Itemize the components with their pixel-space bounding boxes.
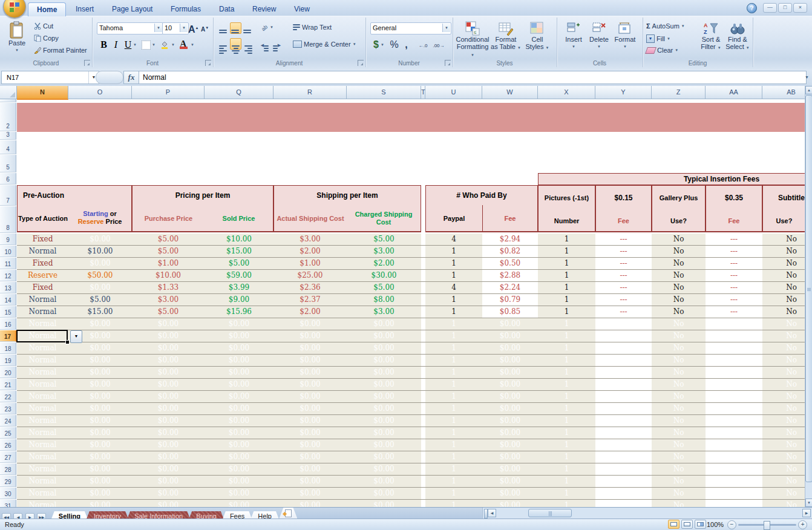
cell[interactable]: --- bbox=[595, 258, 652, 269]
italic-button[interactable]: I bbox=[110, 39, 122, 51]
cell[interactable]: No bbox=[762, 342, 805, 354]
chevron-down-icon[interactable]: ▼ bbox=[381, 43, 384, 47]
tab-review[interactable]: Review bbox=[244, 2, 284, 16]
cell[interactable]: $59.00 bbox=[205, 270, 273, 281]
cell[interactable]: $0.00 bbox=[482, 427, 538, 439]
format-painter-button[interactable]: Format Painter bbox=[34, 47, 87, 54]
horizontal-scrollbar[interactable]: ◀ ▶ bbox=[482, 508, 812, 519]
underline-button[interactable]: U bbox=[122, 39, 134, 51]
cell[interactable]: $3.99 bbox=[205, 282, 273, 293]
cell[interactable]: $0.00 bbox=[273, 318, 347, 330]
cell[interactable]: $0.00 bbox=[273, 330, 347, 342]
cell[interactable]: $0.00 bbox=[132, 451, 205, 463]
cell[interactable]: $1.00 bbox=[273, 258, 347, 269]
cell[interactable]: $0.00 bbox=[482, 476, 538, 487]
cell[interactable]: 1 bbox=[538, 463, 595, 475]
chevron-down-icon[interactable]: ▼ bbox=[191, 43, 194, 47]
cell[interactable]: $0.00 bbox=[205, 330, 273, 342]
cell[interactable]: $0.00 bbox=[273, 415, 347, 427]
cell[interactable]: $0.00 bbox=[347, 463, 421, 475]
cell[interactable]: $0.82 bbox=[482, 246, 538, 257]
row-header-14[interactable]: 14 bbox=[0, 294, 16, 306]
cell[interactable]: $0.00 bbox=[347, 379, 421, 390]
cell[interactable]: $0.00 bbox=[205, 476, 273, 487]
cell[interactable]: $0.00 bbox=[482, 451, 538, 463]
row-header-3[interactable]: 3 bbox=[0, 132, 16, 140]
cell[interactable]: No bbox=[652, 403, 706, 414]
comma-style-button[interactable]: , bbox=[401, 39, 412, 51]
cell[interactable]: $0.00 bbox=[347, 476, 421, 487]
fill-button[interactable]: ▼ Fill▼ bbox=[646, 34, 670, 43]
cell[interactable]: $0.00 bbox=[482, 439, 538, 451]
column-header-P[interactable]: P bbox=[132, 86, 205, 99]
cell[interactable]: $5.00 bbox=[347, 234, 421, 245]
zoom-slider-thumb[interactable] bbox=[764, 521, 770, 530]
row-header-16[interactable]: 16 bbox=[0, 318, 16, 330]
cell[interactable]: No bbox=[762, 294, 805, 306]
row-header-21[interactable]: 21 bbox=[0, 379, 16, 390]
cell[interactable]: --- bbox=[595, 306, 652, 318]
cell[interactable]: Normal bbox=[17, 451, 68, 463]
cell[interactable]: 1 bbox=[425, 379, 482, 390]
cell[interactable]: No bbox=[652, 379, 706, 390]
zoom-out-icon[interactable]: − bbox=[727, 520, 736, 529]
cell[interactable]: No bbox=[652, 318, 706, 330]
cell[interactable]: 4 bbox=[425, 234, 482, 245]
cell[interactable]: $0.00 bbox=[132, 403, 205, 414]
clear-button[interactable]: Clear▼ bbox=[646, 47, 678, 54]
cell[interactable]: 1 bbox=[538, 427, 595, 439]
cell[interactable]: 1 bbox=[425, 439, 482, 451]
cell[interactable]: $0.00 bbox=[68, 403, 132, 414]
row-header-28[interactable]: 28 bbox=[0, 463, 16, 475]
row-header-4[interactable]: 4 bbox=[0, 140, 16, 154]
cell[interactable]: $0.00 bbox=[68, 439, 132, 451]
cell[interactable]: Normal bbox=[17, 318, 68, 330]
cell[interactable]: $0.00 bbox=[132, 367, 205, 378]
cell[interactable]: $0.00 bbox=[132, 476, 205, 487]
cell[interactable]: $2.00 bbox=[273, 246, 347, 257]
restore-button[interactable]: □ bbox=[778, 3, 792, 13]
cell[interactable]: $15.96 bbox=[205, 306, 273, 318]
cell[interactable]: $25.00 bbox=[273, 270, 347, 281]
format-cells-button[interactable]: Format▼ bbox=[612, 22, 638, 50]
cell[interactable]: Normal bbox=[17, 488, 68, 499]
cell[interactable]: $30.00 bbox=[347, 270, 421, 281]
cell[interactable]: --- bbox=[595, 270, 652, 281]
row-header-23[interactable]: 23 bbox=[0, 403, 16, 414]
cell[interactable]: 1 bbox=[538, 367, 595, 378]
cell[interactable]: No bbox=[762, 234, 805, 245]
cell[interactable]: --- bbox=[595, 234, 652, 245]
cell[interactable]: 1 bbox=[538, 318, 595, 330]
vertical-scrollbar[interactable]: ▲ ▼ bbox=[805, 86, 812, 507]
row-header-25[interactable]: 25 bbox=[0, 427, 16, 439]
scroll-left-icon[interactable]: ◀ bbox=[488, 509, 496, 517]
cell[interactable]: $0.00 bbox=[205, 379, 273, 390]
font-color-button[interactable]: A bbox=[180, 39, 188, 50]
cell[interactable]: $0.00 bbox=[68, 451, 132, 463]
zoom-slider[interactable] bbox=[738, 524, 796, 526]
cell[interactable]: $8.00 bbox=[347, 294, 421, 306]
tab-home[interactable]: Home bbox=[28, 2, 66, 16]
cell[interactable]: $0.00 bbox=[273, 500, 347, 507]
cell[interactable]: $0.00 bbox=[68, 500, 132, 507]
row-header-17[interactable]: 17 bbox=[0, 330, 16, 342]
cell[interactable]: $0.00 bbox=[205, 355, 273, 366]
cell[interactable]: No bbox=[762, 282, 805, 293]
cell[interactable]: No bbox=[652, 355, 706, 366]
cell[interactable]: $2.24 bbox=[482, 282, 538, 293]
cell[interactable]: $0.00 bbox=[132, 427, 205, 439]
row-header-29[interactable]: 29 bbox=[0, 476, 16, 487]
cell[interactable]: 1 bbox=[425, 318, 482, 330]
zoom-in-icon[interactable]: + bbox=[798, 520, 807, 529]
column-header-X[interactable]: X bbox=[538, 86, 595, 99]
align-bottom-button[interactable] bbox=[242, 22, 254, 34]
cell[interactable]: $0.00 bbox=[482, 488, 538, 499]
zoom-level[interactable]: 100% bbox=[707, 521, 724, 528]
cell[interactable]: 1 bbox=[425, 415, 482, 427]
cell[interactable]: $2.37 bbox=[273, 294, 347, 306]
column-header-O[interactable]: O bbox=[68, 86, 132, 99]
autosum-button[interactable]: Σ AutoSum▼ bbox=[646, 22, 685, 30]
cell[interactable]: $0.00 bbox=[205, 500, 273, 507]
cell[interactable]: $0.00 bbox=[482, 379, 538, 390]
decrease-indent-button[interactable]: ◀ bbox=[259, 38, 270, 50]
